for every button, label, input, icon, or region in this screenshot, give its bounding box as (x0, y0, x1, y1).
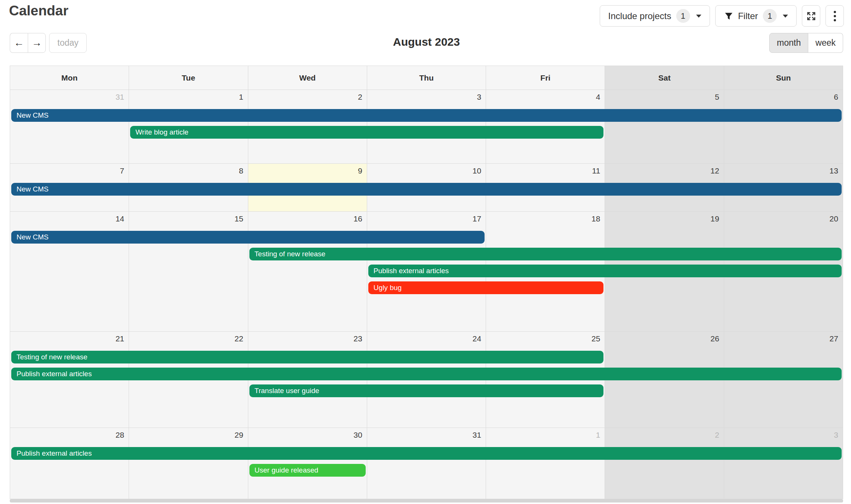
day-number: 2 (358, 93, 362, 102)
include-projects-count-badge: 1 (676, 9, 690, 23)
day-number: 12 (710, 166, 719, 175)
day-number: 27 (830, 334, 838, 343)
event-bar[interactable]: Publish external articles (11, 368, 842, 380)
day-cell[interactable]: 1 (486, 428, 605, 499)
day-number: 1 (596, 431, 600, 440)
fullscreen-button[interactable] (802, 5, 820, 27)
calendar-grid: MonTueWedThuFriSatSun31123456New CMSWrit… (10, 66, 843, 499)
day-number: 30 (353, 431, 362, 440)
day-number: 25 (591, 334, 600, 343)
day-number: 2 (715, 431, 719, 440)
filter-button[interactable]: Filter 1 (715, 5, 797, 27)
day-cell[interactable]: 16 (248, 212, 367, 332)
day-number: 9 (358, 166, 362, 175)
week-row: 31123456New CMSWrite blog article (10, 90, 843, 164)
event-bar[interactable]: Translate user guide (249, 384, 604, 397)
event-bar[interactable]: Publish external articles (368, 265, 842, 277)
view-week-button[interactable]: week (808, 33, 843, 53)
event-bar[interactable]: Testing of new release (249, 248, 842, 260)
day-number: 17 (473, 214, 481, 223)
day-number: 23 (353, 334, 362, 343)
filter-count-badge: 1 (763, 9, 777, 23)
day-number: 31 (473, 431, 481, 440)
month-title: August 2023 (10, 36, 843, 48)
day-number: 3 (834, 431, 838, 440)
day-cell[interactable]: 28 (10, 428, 129, 499)
day-number: 24 (473, 334, 481, 343)
day-number: 31 (116, 93, 124, 102)
day-cell[interactable]: 15 (129, 212, 248, 332)
day-number: 18 (591, 214, 600, 223)
day-number: 3 (477, 93, 481, 102)
chevron-down-icon (696, 15, 701, 18)
weekday-header-cell: Sat (605, 66, 724, 90)
day-number: 5 (715, 93, 719, 102)
day-number: 15 (234, 214, 243, 223)
include-projects-label: Include projects (608, 11, 671, 21)
event-bar[interactable]: Testing of new release (11, 351, 603, 363)
day-cell[interactable]: 5 (605, 90, 724, 164)
weekday-header-cell: Tue (129, 66, 248, 90)
weekday-header-row: MonTueWedThuFriSatSun (10, 66, 843, 90)
kebab-menu-icon (834, 11, 836, 21)
event-bar[interactable]: User guide released (249, 464, 366, 477)
filter-label: Filter (738, 11, 758, 21)
week-row: 28293031123Publish external articlesUser… (10, 428, 843, 499)
event-bar[interactable]: Ugly bug (368, 281, 604, 294)
horizontal-scrollbar[interactable] (10, 499, 843, 503)
day-number: 11 (592, 166, 600, 175)
include-projects-button[interactable]: Include projects 1 (600, 5, 710, 27)
filter-icon (724, 11, 734, 21)
day-number: 7 (120, 166, 125, 175)
day-number: 16 (353, 214, 362, 223)
fullscreen-expand-icon (806, 10, 817, 22)
week-row: 78910111213New CMS (10, 164, 843, 212)
day-number: 1 (239, 93, 243, 102)
event-bar[interactable]: Publish external articles (11, 447, 842, 460)
week-row: 21222324252627Testing of new releasePubl… (10, 332, 843, 428)
day-number: 10 (473, 166, 481, 175)
event-bar[interactable]: Write blog article (130, 126, 603, 139)
day-number: 29 (234, 431, 243, 440)
day-number: 14 (116, 214, 124, 223)
view-toggle: month week (769, 33, 843, 53)
week-row: 14151617181920New CMSTesting of new rele… (10, 212, 843, 332)
day-cell[interactable]: 31 (10, 90, 129, 164)
day-cell[interactable]: 2 (605, 428, 724, 499)
weekday-header-cell: Mon (10, 66, 129, 90)
day-cell[interactable]: 3 (724, 428, 843, 499)
day-number: 6 (834, 93, 838, 102)
day-number: 13 (830, 166, 838, 175)
day-cell[interactable]: 29 (129, 428, 248, 499)
day-number: 22 (234, 334, 243, 343)
page-title: Calendar (9, 3, 68, 19)
day-number: 4 (596, 93, 600, 102)
day-number: 20 (830, 214, 838, 223)
weekday-header-cell: Sun (724, 66, 843, 90)
weekday-header-cell: Fri (486, 66, 605, 90)
weekday-header-cell: Thu (367, 66, 486, 90)
day-cell[interactable]: 30 (248, 428, 367, 499)
event-bar[interactable]: New CMS (11, 183, 842, 196)
day-number: 26 (710, 334, 719, 343)
calendar-nav: ← → today August 2023 month week (10, 33, 843, 53)
weekday-header-cell: Wed (248, 66, 367, 90)
day-cell[interactable]: 31 (367, 428, 486, 499)
event-bar[interactable]: New CMS (11, 231, 485, 244)
day-cell[interactable]: 14 (10, 212, 129, 332)
day-number: 21 (116, 334, 124, 343)
toolbar: Include projects 1 Filter 1 (600, 5, 844, 27)
chevron-down-icon (783, 15, 788, 18)
event-bar[interactable]: New CMS (11, 109, 842, 122)
day-number: 8 (239, 166, 243, 175)
day-number: 28 (116, 431, 124, 440)
more-menu-button[interactable] (825, 5, 844, 27)
day-cell[interactable]: 6 (724, 90, 843, 164)
day-number: 19 (710, 214, 719, 223)
view-month-button[interactable]: month (769, 33, 808, 53)
